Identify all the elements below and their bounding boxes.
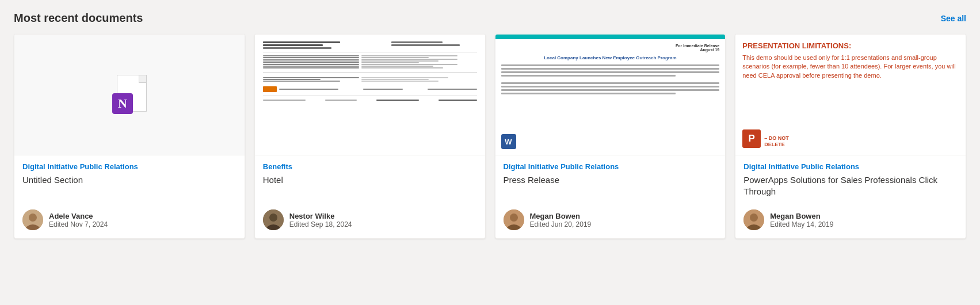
document-card-4: PRESENTATION LIMITATIONS: This demo shou… [735,34,966,239]
see-all-link[interactable]: See all [941,14,966,23]
card-1-footer: Adele Vance Edited Nov 7, 2024 [14,204,245,238]
card-1-preview: N [14,35,245,155]
card-4-user-info: Megan Bowen Edited May 14, 2019 [770,212,833,228]
svg-point-7 [510,214,518,222]
card-3-body: Digital Initiative Public Relations Pres… [495,155,726,204]
card-4-body: Digital Initiative Public Relations Powe… [735,155,966,204]
avatar-adele-svg [22,209,43,230]
card-2-app-link[interactable]: Benefits [263,162,477,171]
avatar-megan-2 [743,209,764,230]
avatar-nestor [263,209,284,230]
svg-point-1 [29,214,37,222]
card-3-app-link[interactable]: Digital Initiative Public Relations [504,162,718,171]
card-4-preview: PRESENTATION LIMITATIONS: This demo shou… [735,35,966,155]
card-3-edited: Edited Jun 20, 2019 [530,220,592,228]
card-1-title: Untitled Section [22,174,237,186]
document-card-1: N Digital Initiative Public Relations Un… [14,34,245,239]
card-3-user-name: Megan Bowen [530,212,592,220]
card-1-app-link[interactable]: Digital Initiative Public Relations [22,162,237,171]
card-3-footer: Megan Bowen Edited Jun 20, 2019 [495,204,726,238]
card-4-title: PowerApps Solutions for Sales Profession… [743,174,958,197]
card-2-preview [255,35,485,155]
card-3-preview: For Immediate ReleaseAugust 19 Local Com… [495,35,726,155]
ppt-icon-badge: P [742,129,761,148]
press-body-lines [501,64,720,94]
card-4-app-link[interactable]: Digital Initiative Public Relations [743,162,958,171]
card-2-user-name: Nestor Wilke [289,212,352,220]
card-3-doc-thumbnail: For Immediate ReleaseAugust 19 Local Com… [495,35,726,155]
avatar-nestor-svg [263,209,284,230]
card-2-body: Benefits Hotel [255,155,485,204]
documents-grid: N Digital Initiative Public Relations Un… [14,34,966,239]
word-icon-badge: W [501,134,516,149]
card-4-user-name: Megan Bowen [770,212,833,220]
card-2-edited: Edited Sep 18, 2024 [289,220,352,228]
card-2-title: Hotel [263,174,477,186]
card-1-edited: Edited Nov 7, 2024 [49,220,108,228]
svg-point-4 [269,214,277,222]
warning-header: PRESENTATION LIMITATIONS: [742,41,959,50]
card-1-user-name: Adele Vance [49,212,108,220]
card-2-user-info: Nestor Wilke Edited Sep 18, 2024 [289,212,352,228]
card-2-doc-thumbnail [255,35,485,155]
onenote-icon: N [112,75,147,115]
section-header: Most recent documents See all [14,12,966,25]
avatar-adele [22,209,43,230]
avatar-megan-1 [504,209,524,230]
card-4-footer: Megan Bowen Edited May 14, 2019 [735,204,966,238]
document-card-2: Benefits Hotel Nestor Wilke Edited Sep 1… [254,34,486,239]
card-2-footer: Nestor Wilke Edited Sep 18, 2024 [255,204,485,238]
avatar-megan-2-svg [743,209,764,230]
press-headline: Local Company Launches New Employee Outr… [501,55,720,61]
svg-point-10 [750,214,758,222]
card-4-edited: Edited May 14, 2019 [770,220,833,228]
section-title: Most recent documents [14,12,143,25]
warning-text: This demo should be used only for 1:1 pr… [742,54,959,80]
ppt-donot-label: – DO NOTDELETE [764,135,789,148]
card-4-warning-content: PRESENTATION LIMITATIONS: This demo shou… [735,35,966,155]
card-1-user-info: Adele Vance Edited Nov 7, 2024 [49,212,108,228]
card-1-body: Digital Initiative Public Relations Unti… [14,155,245,204]
document-card-3: For Immediate ReleaseAugust 19 Local Com… [495,34,726,239]
card-3-title: Press Release [504,174,718,186]
avatar-megan-1-svg [504,209,524,230]
card-3-user-info: Megan Bowen Edited Jun 20, 2019 [530,212,592,228]
press-for-immediate: For Immediate ReleaseAugust 19 [501,44,720,52]
